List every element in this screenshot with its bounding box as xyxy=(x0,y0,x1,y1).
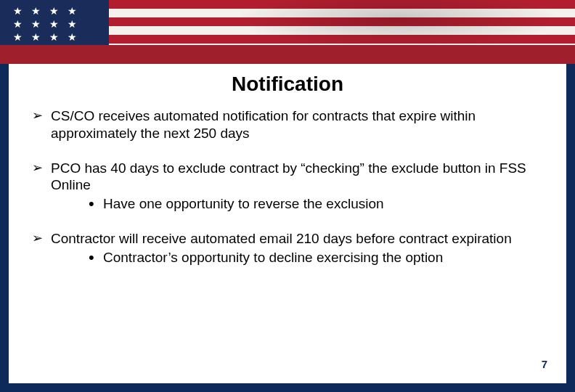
bullet-item: PCO has 40 days to exclude contract by “… xyxy=(26,160,549,213)
slide-title: Notification xyxy=(26,73,549,96)
sub-bullet-text: Have one opportunity to reverse the excl… xyxy=(103,196,384,211)
bullet-text: Contractor will receive automated email … xyxy=(51,231,512,246)
page-number: 7 xyxy=(542,358,547,370)
bullet-text: CS/CO receives automated notification fo… xyxy=(51,108,476,141)
sub-bullet-item: Have one opportunity to reverse the excl… xyxy=(51,195,549,213)
flag-stars xyxy=(0,0,109,45)
sub-bullet-item: Contractor’s opportunity to decline exer… xyxy=(51,249,549,266)
flag-stripes xyxy=(109,0,575,45)
sub-bullet-text: Contractor’s opportunity to decline exer… xyxy=(103,250,443,265)
bullet-text: PCO has 40 days to exclude contract by “… xyxy=(51,160,526,193)
bullet-item: Contractor will receive automated email … xyxy=(26,230,549,266)
red-bar xyxy=(0,45,575,64)
bullet-item: CS/CO receives automated notification fo… xyxy=(26,107,549,142)
flag-banner xyxy=(0,0,575,45)
slide-content: Notification CS/CO receives automated no… xyxy=(9,64,566,383)
bullet-list: CS/CO receives automated notification fo… xyxy=(26,107,549,266)
